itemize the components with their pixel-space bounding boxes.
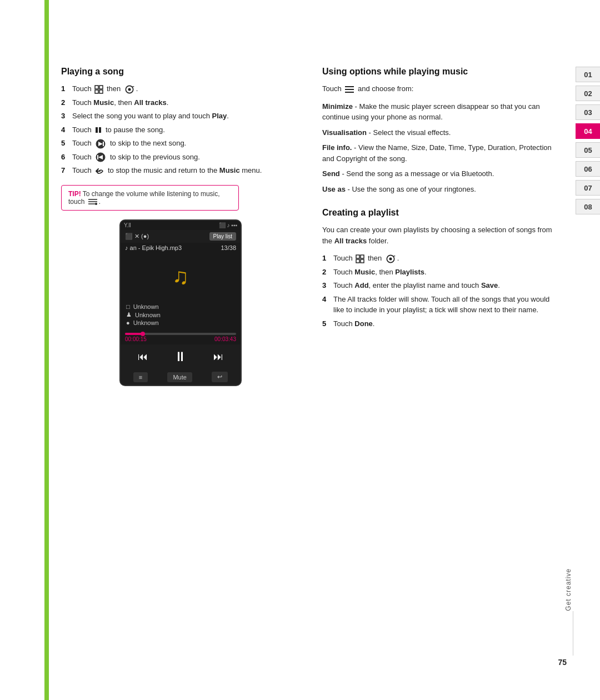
svg-rect-24 (361, 259, 364, 263)
svg-rect-21 (356, 255, 359, 258)
chapter-tab-03[interactable]: 03 (576, 104, 600, 120)
right-column: Using options while playing music Touch … (322, 67, 567, 667)
menu-button[interactable]: ≡ (133, 372, 148, 382)
chapter-tab-05[interactable]: 05 (576, 142, 600, 158)
step-num-4: 4 (61, 124, 69, 136)
playlist-intro: You can create your own playlists by cho… (322, 224, 556, 246)
playlist-button[interactable]: Play list (209, 232, 236, 241)
chapter-tab-08[interactable]: 08 (576, 199, 600, 214)
creating-playlist-heading: Creating a playlist (322, 208, 556, 218)
step-text-6: Touch to skip to the previous song. (72, 152, 300, 163)
page-number: 75 (558, 658, 567, 667)
track-info-row: ♪ an - Epik High.mp3 13/38 (121, 243, 241, 253)
volume-menu-icon (88, 198, 98, 206)
music-app-icon-1 (124, 85, 135, 94)
track-name: ♪ an - Epik High.mp3 (125, 244, 182, 251)
left-column: Playing a song 1 Touch then . (61, 67, 300, 667)
playback-controls: ⏮ ⏸ ⏭ (121, 344, 241, 369)
using-options-heading: Using options while playing music (322, 67, 556, 77)
artist-row: □ Unknown (126, 303, 235, 310)
chapter-tab-02[interactable]: 02 (576, 86, 600, 101)
progress-times: 00:00:15 00:03:43 (125, 336, 236, 342)
svg-rect-0 (95, 86, 98, 89)
chapter-tab-06[interactable]: 06 (576, 161, 600, 177)
current-time: 00:00:15 (125, 336, 147, 342)
creating-playlist-section: Creating a playlist You can create your … (322, 208, 556, 329)
track-meta: □ Unknown ♟ Unknown ● Unknown (121, 300, 241, 331)
step-7: 7 Touch to stop the music and return to … (61, 165, 300, 176)
pl-step-num-5: 5 (322, 318, 330, 329)
playlist-step-4: 4 The All tracks folder will show. Touch… (322, 294, 556, 316)
performer-icon: ♟ (126, 311, 132, 318)
svg-rect-10 (103, 142, 104, 146)
progress-bar-track (125, 333, 236, 335)
option-send: Send - Send the song as a message or via… (322, 168, 556, 179)
pl-step-num-3: 3 (322, 280, 330, 291)
step-6: 6 Touch to skip to the previous song. (61, 152, 300, 163)
chapter-tab-04[interactable]: 04 (576, 123, 600, 139)
step-3: 3 Select the song you want to play and t… (61, 111, 300, 122)
svg-point-5 (128, 88, 131, 91)
performer-label: Unknown (135, 312, 161, 318)
left-accent-bar (44, 0, 49, 700)
prev-song-icon (94, 152, 107, 162)
using-options-section: Using options while playing music Touch … (322, 67, 556, 194)
step-num-3: 3 (61, 111, 69, 122)
music-app-icon-pl (385, 254, 396, 263)
total-time: 00:03:43 (214, 336, 236, 342)
next-button[interactable]: ⏭ (213, 351, 223, 363)
svg-point-17 (95, 203, 97, 205)
artist-label: Unknown (133, 303, 159, 310)
option-useas: Use as - Use the song as one of your rin… (322, 184, 556, 195)
track-count: 13/38 (221, 244, 236, 251)
step-2: 2 Touch Music, then All tracks. (61, 97, 300, 108)
step-num-7: 7 (61, 165, 69, 176)
step-text-3: Select the song you want to play and tou… (72, 111, 300, 122)
content-area: Playing a song 1 Touch then . (0, 0, 600, 700)
svg-point-26 (389, 257, 392, 260)
get-creative-label: Get creative (564, 568, 572, 611)
step-5: 5 Touch to skip to the next song. (61, 138, 300, 149)
phone-controls-bar: ⬛ ✕ (●) Play list (121, 230, 241, 243)
step-4: 4 Touch to pause the song. (61, 124, 300, 136)
step-text-5: Touch to skip to the next song. (72, 138, 300, 149)
play-pause-button[interactable]: ⏸ (174, 349, 187, 364)
progress-dot (141, 332, 145, 336)
phone-status-bar: Y.ll ⬛ ♪ ▪▪▪ (121, 221, 241, 230)
prev-button[interactable]: ⏮ (138, 351, 148, 363)
playlist-step-1: 1 Touch then . (322, 253, 556, 264)
svg-rect-2 (95, 90, 98, 93)
option-minimize: Minimize - Make the music player screen … (322, 101, 556, 123)
pause-icon (94, 126, 102, 134)
grid-icon-1 (94, 85, 103, 94)
options-intro: Touch and choose from: (322, 83, 556, 94)
svg-rect-1 (99, 86, 103, 89)
chapter-tabs: 01 02 03 04 05 06 07 08 (576, 67, 600, 214)
step-1: 1 Touch then . (61, 83, 300, 94)
svg-rect-7 (99, 127, 101, 133)
step-text-1: Touch then . (72, 83, 300, 94)
svg-rect-22 (361, 255, 364, 258)
pl-step-text-3: Touch Add, enter the playlist name and t… (333, 280, 556, 291)
chapter-tab-01[interactable]: 01 (576, 67, 600, 82)
next-song-icon (94, 139, 107, 149)
disc-icon: □ (126, 303, 130, 310)
bottom-divider (573, 611, 573, 656)
option-fileinfo: File info. - View the Name, Size, Date, … (322, 142, 556, 164)
mute-button[interactable]: Mute (167, 372, 192, 382)
pl-step-text-2: Touch Music, then Playlists. (333, 267, 556, 278)
step-text-2: Touch Music, then All tracks. (72, 97, 300, 108)
phone-screen-mockup: Y.ll ⬛ ♪ ▪▪▪ ⬛ ✕ (●) Play list ♪ an - Ep… (119, 219, 242, 386)
chapter-tab-07[interactable]: 07 (576, 180, 600, 196)
phone-ctrl-icons: ⬛ ✕ (●) (125, 233, 149, 240)
pl-step-text-5: Touch Done. (333, 318, 556, 329)
album-label: Unknown (133, 319, 159, 326)
pl-step-text-1: Touch then . (333, 253, 556, 264)
step-num-6: 6 (61, 152, 69, 163)
pl-step-text-4: The All tracks folder will show. Touch a… (333, 294, 556, 316)
svg-rect-3 (99, 90, 103, 93)
album-row: ● Unknown (126, 319, 235, 326)
music-note-icon: ♫ (172, 264, 189, 289)
tip-label: TIP! (68, 190, 81, 198)
return-button[interactable]: ↩ (212, 372, 228, 382)
